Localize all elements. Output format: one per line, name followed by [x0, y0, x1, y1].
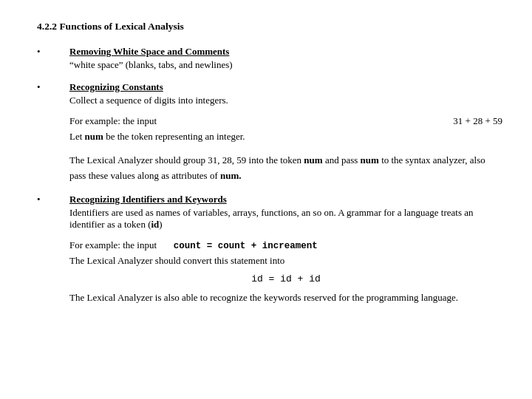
example-block-2: For example: the input count = count + i… [69, 238, 502, 305]
example-input-label: For example: the input [69, 114, 394, 129]
paragraph-1: The Lexical Analyzer should group 31, 28… [69, 152, 502, 184]
bullet-heading-2: Recognizing Constants [69, 81, 502, 93]
example2-code-center: id = id + id [69, 272, 502, 287]
num-token-1: num [85, 131, 103, 142]
num-token-3: num [361, 154, 379, 166]
bullet-item-1: • Removing White Space and Comments “whi… [37, 46, 502, 71]
num-token-2: num [304, 154, 322, 166]
bullet-item-3: • Recognizing Identifiers and Keywords I… [37, 194, 502, 313]
example-line-1: For example: the input 31 + 28 + 59 [69, 114, 502, 129]
example2-line3: The Lexical Analyzer is also able to rec… [69, 290, 502, 306]
bullet-subtext-3: Identifiers are used as names of variabl… [69, 207, 502, 231]
example-expr-1: 31 + 28 + 59 [453, 114, 502, 129]
bullet-subtext-2: Collect a sequence of digits into intege… [69, 95, 502, 106]
example2-line2: The Lexical Analyzer should convert this… [69, 253, 502, 269]
bullet-content-1: Removing White Space and Comments “white… [69, 46, 502, 71]
bullet-content-3: Recognizing Identifiers and Keywords Ide… [69, 194, 502, 313]
example-block-1: For example: the input 31 + 28 + 59 Let … [69, 114, 502, 145]
section-title: 4.2.2 Functions of Lexical Analysis [37, 21, 502, 33]
bullet-dot-1: • [37, 46, 53, 58]
bullet-item-2: • Recognizing Constants Collect a sequen… [37, 81, 502, 183]
bullet-dot-3: • [37, 194, 53, 205]
id-token-label: id [151, 219, 159, 230]
bullet-heading-3: Recognizing Identifiers and Keywords [69, 194, 502, 205]
page-container: 4.2.2 Functions of Lexical Analysis • Re… [0, 0, 532, 344]
example-line-2: Let num be the token representing an int… [69, 129, 502, 145]
bullet-heading-1: Removing White Space and Comments [69, 46, 502, 58]
example2-line1: For example: the input count = count + i… [69, 238, 502, 253]
bullet-subtext-1: “white space” (blanks, tabs, and newline… [69, 59, 502, 71]
bullet-content-2: Recognizing Constants Collect a sequence… [69, 81, 502, 183]
example2-code: count = count + increament [174, 241, 318, 251]
bullet-dot-2: • [37, 81, 53, 93]
num-token-4: num. [220, 170, 242, 181]
